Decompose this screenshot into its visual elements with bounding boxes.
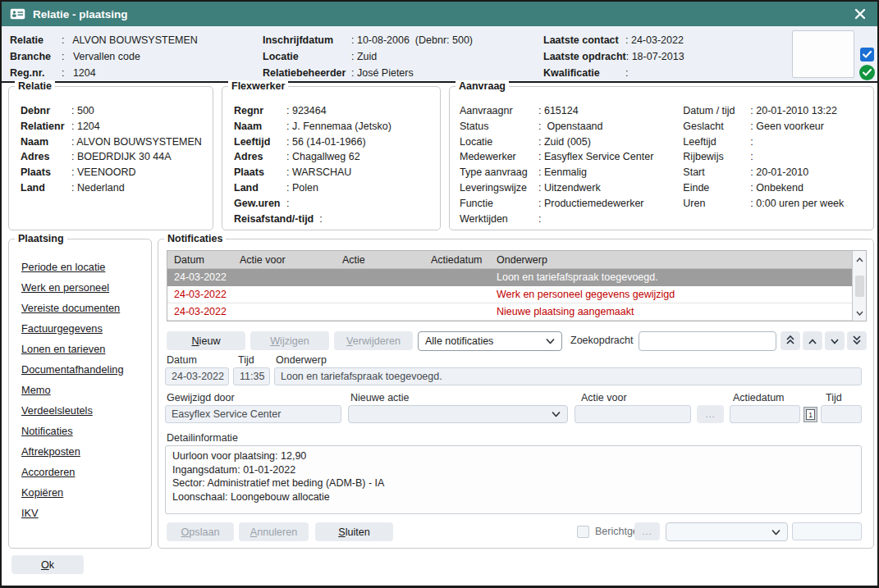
berichtgeving-browse-button[interactable]: ... <box>634 522 660 540</box>
nieuw-button[interactable]: Nieuw <box>167 331 245 350</box>
table-row[interactable]: 24-03-2022 Nieuwe plaatsing aangemaakt <box>167 303 852 321</box>
table-row[interactable]: 24-03-2022 Loon en tariefafspraak toegev… <box>167 269 852 286</box>
zoekopdracht-input[interactable] <box>639 331 776 351</box>
column-header-datum[interactable]: Datum <box>167 254 233 266</box>
table-scrollbar[interactable] <box>852 251 866 321</box>
detailinformatie-textarea[interactable]: Uurloon voor plaatsing: 12,90 Ingangsdat… <box>165 445 862 514</box>
field-label: Uren <box>683 196 750 212</box>
chevron-up-icon[interactable] <box>856 253 863 265</box>
field-value: : <box>286 196 289 212</box>
berichtgeving-select[interactable] <box>666 522 788 541</box>
sidebar-link-periode-en-locatie[interactable]: Periode en locatie <box>21 257 151 277</box>
opslaan-button[interactable]: Opslaan <box>167 522 234 541</box>
actie-voor-browse-button[interactable]: ... <box>697 405 724 423</box>
cell-onderwerp: Werk en personeel gegevens gewijzigd <box>490 289 852 300</box>
verwijderen-button[interactable]: Verwijderen <box>334 331 413 350</box>
sluiten-button[interactable]: Sluiten <box>315 522 393 541</box>
table-header-row: Datum Actie voor Actie Actiedatum Onderw… <box>167 251 866 269</box>
green-check-circle-icon <box>859 65 875 80</box>
window-title: Relatie - plaatsing <box>33 8 128 21</box>
calendar-icon[interactable]: 1 <box>803 407 817 422</box>
field-label: Land <box>21 180 71 196</box>
field-label: Regnr <box>234 103 286 119</box>
sidebar-link-memo[interactable]: Memo <box>21 380 151 400</box>
wijzigen-button[interactable]: Wijzigen <box>250 331 329 350</box>
sidebar-link-lonen-en-tarieven[interactable]: Lonen en tarieven <box>21 339 151 359</box>
chevron-down-icon <box>552 412 561 417</box>
actiedatum-input[interactable] <box>730 405 800 423</box>
aanvraag-right-column: Datum / tijd: 20-01-2010 13:22 Geslacht:… <box>683 103 844 226</box>
blue-checkbox-checked-icon[interactable] <box>860 48 874 62</box>
select-value: Alle notificaties <box>425 335 493 347</box>
actie-tijd-input[interactable] <box>821 405 862 423</box>
berichtgeving-input[interactable] <box>792 522 862 540</box>
field-value: : 20-01-2010 <box>750 165 808 180</box>
nieuwe-actie-label: Nieuwe actie <box>350 392 410 403</box>
ok-button[interactable]: Ok <box>11 555 84 574</box>
groupbox-legend: Flexwerker <box>228 80 288 92</box>
field-value: : 615124 <box>538 103 579 119</box>
table-row[interactable]: 24-03-2022 Werk en personeel gegevens ge… <box>167 286 852 303</box>
field-value: : Chagallweg 62 <box>286 149 360 165</box>
close-icon[interactable] <box>851 5 869 23</box>
actie-voor-label: Actie voor <box>581 392 627 403</box>
field-label: Naam <box>21 134 71 150</box>
chevron-down-icon[interactable] <box>856 307 863 318</box>
field-value: : J. Fennemaa (Jetsko) <box>286 119 391 134</box>
field-label: Geslacht <box>683 119 750 134</box>
field-value: : José Pieters <box>351 65 414 81</box>
groupbox-legend: Aanvraag <box>456 80 509 92</box>
sidebar-link-aftrekposten[interactable]: Aftrekposten <box>21 441 151 462</box>
column-header-onderwerp[interactable]: Onderwerp <box>490 254 852 266</box>
sidebar-link-kopieren[interactable]: Kopiëren <box>21 482 151 503</box>
sidebar-link-werk-en-personeel[interactable]: Werk en personeel <box>21 277 151 298</box>
column-header-actiedatum[interactable]: Actiedatum <box>424 254 490 266</box>
sidebar-link-accorderen[interactable]: Accorderen <box>21 462 151 482</box>
field-value: : <box>625 65 628 81</box>
gewijzigd-door-input[interactable]: Easyflex Service Center <box>165 405 341 423</box>
notificaties-groupbox: Notificaties Datum Actie voor Actie Acti… <box>158 239 874 549</box>
nieuwe-actie-select[interactable] <box>348 405 568 423</box>
field-label: Relatie <box>10 32 62 48</box>
field-label: Plaats <box>21 165 71 180</box>
last-record-button[interactable] <box>847 331 867 350</box>
column-header-actie-voor[interactable]: Actie voor <box>233 254 336 266</box>
field-value: : Productiemedewerker <box>538 196 644 212</box>
datum-input[interactable]: 24-03-2022 <box>165 367 229 385</box>
annuleren-button[interactable]: Annuleren <box>239 522 309 541</box>
notificatie-filter-select[interactable]: Alle notificaties <box>418 331 562 351</box>
field-label: Branche <box>10 48 62 65</box>
header-col-relatie: Relatie: ALVON BOUWSYSTEMEN Branche: Ver… <box>10 32 198 81</box>
sidebar-link-vereiste-documenten[interactable]: Vereiste documenten <box>21 298 151 318</box>
chevron-down-icon <box>831 335 839 347</box>
plaatsing-groupbox: Plaatsing Periode en locatie Werk en per… <box>8 239 152 549</box>
first-record-button[interactable] <box>781 331 800 350</box>
sidebar-link-ikv[interactable]: IKV <box>21 503 151 523</box>
actie-voor-input[interactable] <box>575 405 691 423</box>
onderwerp-input[interactable]: Loon en tariefafspraak toegevoegd. <box>274 367 862 385</box>
detailinformatie-label: Detailinformatie <box>167 432 238 444</box>
field-label: Leveringswijze <box>460 180 538 196</box>
next-record-button[interactable] <box>825 331 845 350</box>
aanvraag-left-column: Aanvraagnr: 615124 Status: Openstaand Lo… <box>460 103 653 226</box>
sidebar-link-notificaties[interactable]: Notificaties <box>21 421 151 441</box>
field-value: : Onbekend <box>750 180 803 196</box>
column-header-actie[interactable]: Actie <box>336 254 424 266</box>
notificaties-footer: Opslaan Annuleren Sluiten Berichtgeving … <box>158 522 873 542</box>
field-value: : Vervallen code <box>62 48 140 65</box>
flexwerker-groupbox: Flexwerker Regnr: 923464 Naam: J. Fennem… <box>222 86 441 230</box>
field-value: : <box>538 212 541 227</box>
tijd-input[interactable]: 11:35 <box>233 367 270 385</box>
sidebar-link-factuurgegevens[interactable]: Factuurgegevens <box>21 318 151 339</box>
previous-record-button[interactable] <box>803 331 822 350</box>
scrollbar-thumb[interactable] <box>855 276 864 297</box>
berichtgeving-checkbox[interactable] <box>577 526 589 538</box>
sidebar-link-verdeelsleutels[interactable]: Verdeelsleutels <box>21 400 151 421</box>
field-label: Plaats <box>234 165 286 180</box>
sidebar-link-documentafhandeling[interactable]: Documentafhandeling <box>21 359 151 380</box>
field-value: : Zuid <box>351 48 377 65</box>
field-value: : Geen voorkeur <box>750 119 824 134</box>
cell-datum: 24-03-2022 <box>167 306 233 317</box>
field-label: Functie <box>460 196 538 212</box>
zoekopdracht-label: Zoekopdracht <box>570 335 633 346</box>
